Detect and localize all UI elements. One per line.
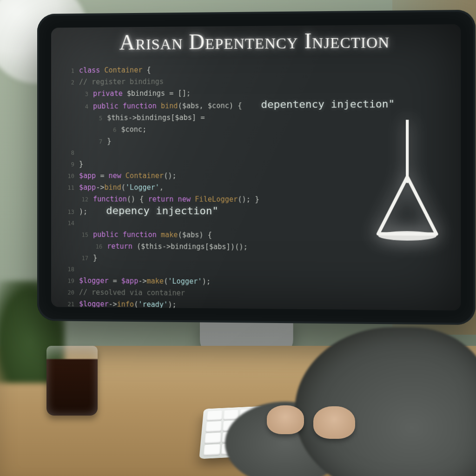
coffee-glass (46, 346, 98, 416)
line-number: 15 (75, 229, 88, 240)
code-text: $this->bindings[$abs] = (107, 112, 205, 124)
code-text: $app = new Container(); (79, 170, 177, 181)
line-number: 4 (75, 101, 88, 112)
code-text: private $bindings = []; (93, 87, 191, 99)
code-text: } (93, 252, 97, 264)
key[interactable] (204, 444, 220, 456)
line-number: 10 (61, 171, 74, 182)
annotation-text: depentency injection" (261, 99, 395, 111)
line-number: 3 (75, 88, 88, 99)
code-line[interactable]: 8 (61, 147, 450, 159)
line-number: 16 (89, 241, 102, 252)
code-line[interactable]: 10$app = new Container(); (61, 170, 450, 182)
code-text: } (107, 136, 111, 147)
code-editor[interactable]: 1class Container {2// register bindings3… (61, 62, 450, 302)
line-number: 11 (61, 182, 74, 193)
line-number: 20 (61, 287, 74, 298)
line-number: 12 (75, 194, 88, 205)
code-text: // resolved via container (79, 287, 185, 299)
code-line[interactable]: 9} (61, 159, 450, 171)
code-line[interactable]: 4public function bind($abs, $conc) {depe… (61, 98, 450, 112)
line-number: 5 (89, 113, 102, 124)
code-text: function() { return new FileLogger(); } (93, 193, 259, 205)
hand (313, 406, 355, 439)
line-number: 21 (61, 298, 74, 310)
code-text: $logger->info('ready'); (79, 298, 177, 311)
code-text: public function make($abs) { (93, 229, 212, 240)
line-number: 14 (61, 218, 74, 229)
code-line[interactable]: 12function() { return new FileLogger(); … (61, 193, 450, 206)
line-number: 7 (89, 136, 102, 147)
key[interactable] (205, 421, 222, 432)
key[interactable] (205, 432, 221, 443)
code-line[interactable]: 14 (61, 218, 450, 230)
code-text: // register bindings (79, 76, 164, 87)
code-line[interactable]: 6$conc; (61, 123, 450, 136)
code-text: class Container { (79, 64, 151, 76)
line-number: 2 (61, 77, 74, 88)
line-number: 17 (75, 252, 88, 264)
code-text: ); (79, 206, 87, 217)
line-number: 6 (103, 125, 116, 136)
code-text: public function bind($abs, $conc) { (93, 100, 242, 112)
screen[interactable]: Arisan Depentency Injection 1class Conta… (51, 24, 461, 311)
line-number: 19 (61, 275, 74, 286)
line-number: 13 (61, 206, 74, 218)
code-text: $app->bind('Logger', (79, 182, 164, 193)
code-line[interactable]: 13);depency injection" (61, 205, 450, 219)
hand (267, 405, 304, 434)
line-number: 9 (61, 159, 74, 170)
code-line[interactable]: 7} (61, 135, 450, 147)
code-text: $logger = $app->make('Logger'); (79, 275, 211, 287)
line-number: 1 (61, 65, 74, 76)
line-number: 18 (61, 264, 74, 275)
key[interactable] (206, 410, 222, 421)
code-line[interactable]: 11$app->bind('Logger', (61, 182, 450, 194)
code-line[interactable]: 5$this->bindings[$abs] = (61, 111, 450, 124)
monitor: Arisan Depentency Injection 1class Conta… (37, 10, 476, 325)
line-number: 8 (61, 147, 74, 159)
code-text: } (79, 159, 83, 170)
page-title: Arisan Depentency Injection (51, 27, 461, 55)
code-text: return ($this->bindings[$abs])(); (107, 241, 248, 253)
code-line[interactable]: 15public function make($abs) { (61, 229, 450, 242)
code-text: $conc; (121, 124, 147, 135)
annotation-text: depency injection" (106, 205, 218, 217)
